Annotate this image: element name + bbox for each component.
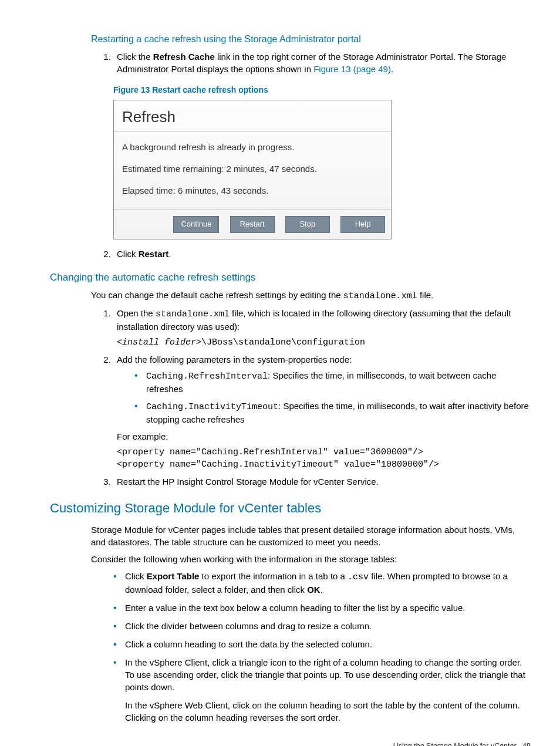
dialog-text: Elapsed time: 6 minutes, 43 seconds.: [122, 184, 383, 197]
dialog-text: Estimated time remaining: 2 minutes, 47 …: [122, 163, 383, 175]
text: Open the: [117, 308, 156, 318]
dialog-title: Refresh: [114, 100, 391, 131]
export-table-bold: Export Table: [147, 571, 200, 581]
code-inline: Caching.RefreshInterval: [146, 372, 268, 382]
restart-button[interactable]: Restart: [230, 216, 275, 232]
footer-section: Using the Storage Module for vCenter: [393, 742, 517, 746]
change-step-2: Add the following parameters in the syst…: [113, 353, 531, 471]
heading-restarting-cache: Restarting a cache refresh using the Sto…: [50, 33, 531, 46]
text: .: [321, 585, 323, 595]
text: Click: [117, 249, 139, 259]
code-italic: <install folder>: [117, 337, 201, 347]
text: In the vSphere Web Client, click on the …: [125, 699, 531, 724]
code-inline: standalone.xml: [156, 309, 230, 319]
text: You can change the default cache refresh…: [91, 290, 343, 300]
list-item: Click the divider between columns and dr…: [113, 620, 531, 632]
code-inline: .csv: [348, 572, 369, 582]
code-inline: standalone.xml: [343, 291, 417, 301]
heading-customizing-tables: Customizing Storage Module for vCenter t…: [50, 499, 531, 518]
help-button[interactable]: Help: [340, 216, 385, 232]
continue-button[interactable]: Continue: [173, 216, 219, 232]
heading-changing-settings: Changing the automatic cache refresh set…: [50, 271, 531, 285]
stop-button[interactable]: Stop: [285, 216, 330, 232]
figure-link[interactable]: Figure 13 (page 49): [313, 64, 391, 74]
paragraph: Consider the following when working with…: [50, 553, 531, 565]
step-1: Click the Refresh Cache link in the top …: [113, 50, 531, 75]
text: Click: [125, 571, 147, 581]
page-footer: Using the Storage Module for vCenter 49: [50, 741, 531, 746]
text: .: [168, 249, 171, 259]
change-step-3: Restart the HP Insight Control Storage M…: [113, 475, 531, 488]
step-2: Click Restart.: [113, 248, 531, 260]
list-item: Enter a value in the text box below a co…: [113, 602, 531, 614]
list-item: Caching.InactivityTimeout: Specifies the…: [134, 400, 531, 426]
paragraph: Storage Module for vCenter pages include…: [50, 524, 531, 548]
text: .: [391, 64, 393, 74]
paragraph: You can change the default cache refresh…: [50, 289, 531, 302]
restart-bold: Restart: [139, 249, 169, 259]
list-item: Caching.RefreshInterval: Specifies the t…: [134, 369, 531, 395]
example-label: For example:: [117, 430, 531, 443]
dialog-text: A background refresh is already in progr…: [122, 141, 383, 153]
code-block: <property name="Caching.RefreshInterval"…: [117, 446, 531, 471]
text: In the vSphere Client, click a triangle …: [125, 657, 525, 692]
code-block: <install folder>\JBoss\standalone\config…: [117, 336, 531, 349]
page-number: 49: [522, 742, 531, 746]
change-step-1: Open the standalone.xml file, which is l…: [113, 307, 531, 349]
text: Add the following parameters in the syst…: [117, 355, 352, 364]
ok-bold: OK: [307, 585, 321, 595]
list-item: In the vSphere Client, click a triangle …: [113, 656, 531, 724]
text: Click the: [117, 52, 153, 62]
list-item: Click a column heading to sort the data …: [113, 638, 531, 650]
list-item: Click Export Table to export the informa…: [113, 570, 531, 596]
refresh-dialog: Refresh A background refresh is already …: [113, 100, 531, 239]
text: file.: [417, 290, 434, 300]
code-text: \JBoss\standalone\configuration: [201, 337, 365, 347]
refresh-cache-bold: Refresh Cache: [153, 52, 215, 62]
figure-caption: Figure 13 Restart cache refresh options: [113, 85, 531, 96]
code-inline: Caching.InactivityTimeout: [146, 402, 278, 412]
text: to export the information in a tab to a: [199, 571, 348, 581]
